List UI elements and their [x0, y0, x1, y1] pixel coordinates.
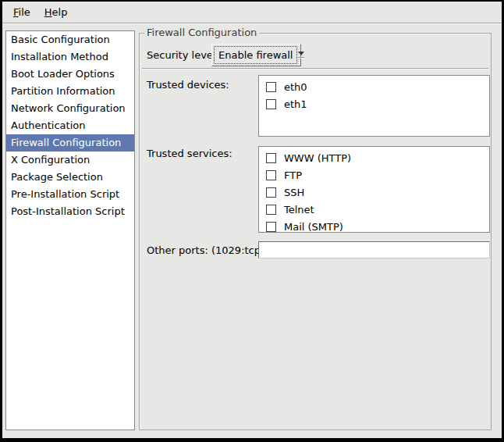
- service-row-www-http[interactable]: WWW (HTTP): [259, 149, 489, 166]
- sidebar-item-authentication[interactable]: Authentication: [6, 117, 134, 134]
- other-ports-input[interactable]: [258, 241, 490, 258]
- menu-help[interactable]: Help: [37, 3, 75, 21]
- sidebar-item-x-configuration[interactable]: X Configuration: [6, 151, 134, 169]
- sidebar-item-installation-method[interactable]: Installation Method: [6, 48, 134, 66]
- trusted-devices-list: eth0 eth1: [258, 75, 490, 137]
- sidebar-item-basic-configuration[interactable]: Basic Configuration: [6, 31, 134, 48]
- sidebar-item-package-selection[interactable]: Package Selection: [6, 169, 134, 186]
- firewall-configuration-panel: Firewall Configuration Security level: E…: [139, 33, 492, 430]
- checkbox-eth1[interactable]: [266, 99, 276, 109]
- security-level-value: Enable firewall: [214, 46, 297, 64]
- service-label: WWW (HTTP): [284, 152, 351, 164]
- other-ports-label: Other ports: (1029:tcp): [147, 244, 264, 257]
- panel-title: Firewall Configuration: [144, 27, 259, 39]
- section-list: Basic Configuration Installation Method …: [5, 30, 135, 430]
- service-row-ftp[interactable]: FTP: [259, 166, 489, 184]
- checkbox-telnet[interactable]: [266, 205, 276, 215]
- kickstart-configurator-window: File Help Basic Configuration Installati…: [0, 0, 504, 442]
- sidebar-item-partition-information[interactable]: Partition Information: [6, 83, 134, 100]
- checkbox-eth0[interactable]: [266, 82, 276, 92]
- service-label: Telnet: [284, 204, 314, 216]
- separator: [142, 68, 488, 70]
- device-label: eth0: [284, 81, 307, 93]
- checkbox-ssh[interactable]: [266, 187, 276, 198]
- security-level-label: Security level:: [147, 49, 219, 62]
- service-row-ssh[interactable]: SSH: [259, 184, 489, 201]
- checkbox-mail-smtp[interactable]: [266, 222, 276, 232]
- sidebar-item-network-configuration[interactable]: Network Configuration: [6, 100, 134, 117]
- service-row-mail-smtp[interactable]: Mail (SMTP): [259, 218, 489, 233]
- menubar: File Help: [2, 2, 502, 23]
- sidebar-item-post-installation-script[interactable]: Post-Installation Script: [6, 203, 134, 220]
- dropdown-arrow-icon: [298, 45, 304, 66]
- sidebar-item-boot-loader-options[interactable]: Boot Loader Options: [6, 66, 134, 83]
- sidebar-item-pre-installation-script[interactable]: Pre-Installation Script: [6, 186, 134, 203]
- checkbox-www-http[interactable]: [266, 153, 276, 163]
- device-row-eth0[interactable]: eth0: [259, 78, 489, 95]
- service-label: Mail (SMTP): [284, 221, 343, 233]
- sidebar-item-firewall-configuration[interactable]: Firewall Configuration: [6, 134, 134, 151]
- service-label: FTP: [284, 169, 302, 181]
- trusted-services-list: WWW (HTTP) FTP SSH Telnet Mail (SMTP): [258, 146, 490, 233]
- menu-file[interactable]: File: [6, 3, 37, 21]
- device-row-eth1[interactable]: eth1: [259, 95, 489, 112]
- device-label: eth1: [284, 98, 307, 110]
- service-row-telnet[interactable]: Telnet: [259, 201, 489, 218]
- service-label: SSH: [284, 187, 304, 198]
- trusted-devices-label: Trusted devices:: [147, 79, 229, 91]
- security-level-dropdown[interactable]: Enable firewall: [211, 44, 301, 66]
- trusted-services-label: Trusted services:: [147, 148, 232, 160]
- checkbox-ftp[interactable]: [266, 170, 276, 180]
